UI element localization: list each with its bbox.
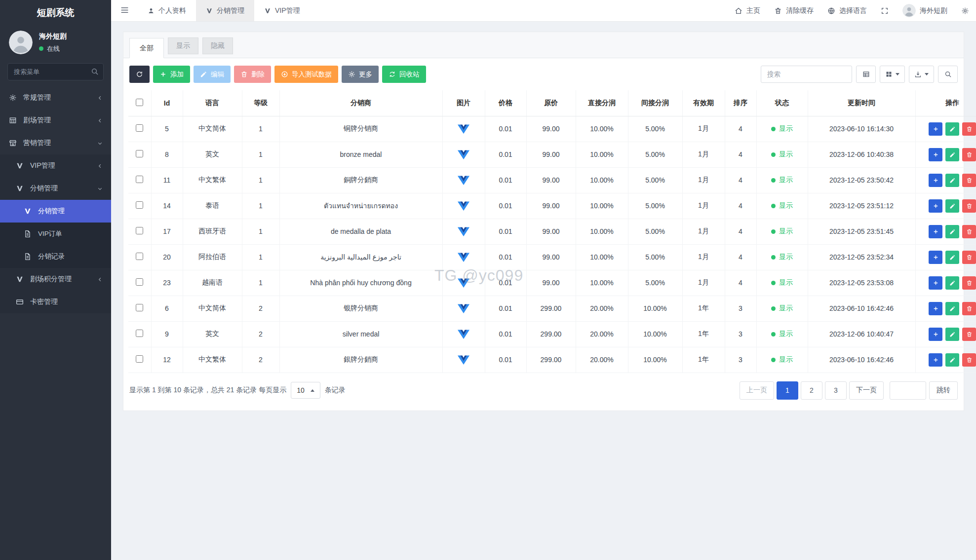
status-badge[interactable]: 显示 xyxy=(771,150,793,159)
row-detail-button[interactable] xyxy=(929,174,942,187)
import-test-data-button[interactable]: 导入测试数据 xyxy=(274,66,338,83)
table-row[interactable]: 14泰语1ตัวแทนจำหน่ายเกรดทอง0.0199.0010.00%… xyxy=(128,193,976,219)
page-button-1[interactable]: 1 xyxy=(777,381,798,400)
sidebar-item-general[interactable]: 常规管理 xyxy=(0,86,111,109)
row-detail-button[interactable] xyxy=(929,353,942,367)
row-delete-button[interactable] xyxy=(962,328,976,341)
table-row[interactable]: 23越南语1Nhà phân phối huy chương đồng0.019… xyxy=(128,270,976,296)
sidebar-item-card-key[interactable]: 卡密管理 xyxy=(0,291,111,313)
sidebar-item-distribution[interactable]: 分销管理 xyxy=(0,177,111,200)
sidebar-item-marketing[interactable]: 营销管理 xyxy=(0,132,111,154)
page-button-下一页[interactable]: 下一页 xyxy=(849,381,884,400)
search-icon[interactable] xyxy=(91,68,99,75)
page-button-上一页[interactable]: 上一页 xyxy=(740,381,774,400)
page-size-select[interactable]: 10 xyxy=(291,382,320,399)
delete-button[interactable]: 删除 xyxy=(234,66,271,83)
column-header[interactable]: 状态 xyxy=(756,90,808,116)
status-badge[interactable]: 显示 xyxy=(771,201,793,210)
sidebar-item-vip[interactable]: VIP管理 xyxy=(0,154,111,177)
row-edit-button[interactable] xyxy=(945,174,959,187)
page-button-3[interactable]: 3 xyxy=(825,381,847,400)
row-checkbox[interactable] xyxy=(136,330,143,337)
filter-tab-全部[interactable]: 全部 xyxy=(129,38,164,58)
row-edit-button[interactable] xyxy=(945,122,959,136)
filter-tab-隐藏[interactable]: 隐藏 xyxy=(202,37,233,54)
status-badge[interactable]: 显示 xyxy=(771,253,793,261)
page-jump-button[interactable]: 跳转 xyxy=(929,381,958,400)
column-header[interactable]: 语言 xyxy=(183,90,242,116)
page-button-2[interactable]: 2 xyxy=(801,381,822,400)
column-header[interactable]: 有效期 xyxy=(682,90,725,116)
distributor-logo-icon[interactable] xyxy=(457,150,470,158)
table-row[interactable]: 12中文繁体2銀牌分銷商0.01299.0020.00%10.00%1年3显示2… xyxy=(128,347,976,373)
columns-button[interactable] xyxy=(880,66,905,83)
row-checkbox[interactable] xyxy=(136,253,143,260)
row-edit-button[interactable] xyxy=(945,302,959,315)
row-checkbox[interactable] xyxy=(136,304,143,311)
row-detail-button[interactable] xyxy=(929,328,942,341)
export-button[interactable] xyxy=(909,66,934,83)
filter-tab-显示[interactable]: 显示 xyxy=(168,37,198,54)
page-jump-input[interactable] xyxy=(890,381,926,400)
navbar-fullscreen[interactable] xyxy=(874,0,896,21)
row-delete-button[interactable] xyxy=(962,174,976,187)
more-button[interactable]: 更多 xyxy=(342,66,379,83)
distributor-logo-icon[interactable] xyxy=(457,278,470,286)
column-header[interactable]: 价格 xyxy=(485,90,526,116)
distributor-logo-icon[interactable] xyxy=(457,330,470,337)
row-delete-button[interactable] xyxy=(962,199,976,213)
row-checkbox[interactable] xyxy=(136,150,143,157)
column-header[interactable]: 原价 xyxy=(526,90,576,116)
tab-vip[interactable]: VIP管理 xyxy=(254,0,310,21)
row-checkbox[interactable] xyxy=(136,355,143,363)
recycle-bin-button[interactable]: 回收站 xyxy=(382,66,426,83)
row-detail-button[interactable] xyxy=(929,199,942,213)
row-edit-button[interactable] xyxy=(945,328,959,341)
edit-button[interactable]: 编辑 xyxy=(194,66,231,83)
row-delete-button[interactable] xyxy=(962,225,976,238)
row-edit-button[interactable] xyxy=(945,353,959,367)
navbar-clear-cache[interactable]: 清除缓存 xyxy=(767,0,820,21)
column-header[interactable]: 图片 xyxy=(442,90,485,116)
navbar-user[interactable]: 海外短剧 xyxy=(896,0,954,21)
row-checkbox[interactable] xyxy=(136,124,143,132)
menu-search-input[interactable] xyxy=(7,63,104,80)
row-edit-button[interactable] xyxy=(945,199,959,213)
row-detail-button[interactable] xyxy=(929,302,942,315)
status-badge[interactable]: 显示 xyxy=(771,355,793,364)
distributor-logo-icon[interactable] xyxy=(457,355,470,363)
row-edit-button[interactable] xyxy=(945,225,959,238)
column-header[interactable]: 分销商 xyxy=(279,90,442,116)
sidebar-item-vip-orders[interactable]: VIP订单 xyxy=(0,223,111,245)
row-detail-button[interactable] xyxy=(929,225,942,238)
distributor-logo-icon[interactable] xyxy=(457,253,470,261)
table-search-input[interactable] xyxy=(761,66,852,83)
row-delete-button[interactable] xyxy=(962,251,976,264)
distributor-logo-icon[interactable] xyxy=(457,124,470,132)
row-detail-button[interactable] xyxy=(929,122,942,136)
row-edit-button[interactable] xyxy=(945,276,959,290)
row-detail-button[interactable] xyxy=(929,276,942,290)
table-row[interactable]: 9英文2silver medal0.01299.0020.00%10.00%1年… xyxy=(128,321,976,347)
distributor-logo-icon[interactable] xyxy=(457,176,470,184)
add-button[interactable]: 添加 xyxy=(153,66,190,83)
column-header[interactable]: 操作 xyxy=(915,90,976,116)
row-delete-button[interactable] xyxy=(962,302,976,315)
row-delete-button[interactable] xyxy=(962,276,976,290)
status-badge[interactable]: 显示 xyxy=(771,278,793,287)
navbar-home[interactable]: 主页 xyxy=(728,0,767,21)
sidebar-toggle-button[interactable] xyxy=(111,0,138,21)
status-badge[interactable]: 显示 xyxy=(771,304,793,313)
row-checkbox[interactable] xyxy=(136,201,143,209)
row-delete-button[interactable] xyxy=(962,148,976,161)
row-edit-button[interactable] xyxy=(945,148,959,161)
column-header[interactable]: 等级 xyxy=(242,90,279,116)
column-header[interactable]: 排序 xyxy=(725,90,756,116)
status-badge[interactable]: 显示 xyxy=(771,330,793,338)
row-detail-button[interactable] xyxy=(929,148,942,161)
table-row[interactable]: 17西班牙语1de medalla de plata0.0199.0010.00… xyxy=(128,219,976,244)
distributor-logo-icon[interactable] xyxy=(457,304,470,312)
row-edit-button[interactable] xyxy=(945,251,959,264)
row-checkbox[interactable] xyxy=(136,176,143,183)
sidebar-item-distribution-sub[interactable]: 分销管理 xyxy=(0,200,111,223)
